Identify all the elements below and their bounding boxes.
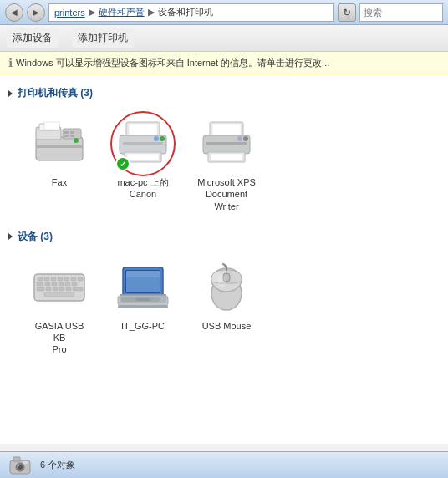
address-bar[interactable]: printers ▶ 硬件和声音 ▶ 设备和打印机	[48, 3, 334, 22]
svg-rect-47	[44, 292, 74, 297]
path-sep-2: ▶	[148, 7, 155, 18]
mouse-label: USB Mouse	[202, 320, 252, 332]
svg-rect-8	[36, 145, 83, 148]
search-input[interactable]	[359, 3, 443, 22]
main-content: 打印机和传真 (3)	[0, 74, 448, 444]
toolbar: 添加设备 添加打印机	[0, 25, 448, 52]
status-count: 6 个对象	[40, 459, 75, 471]
keyboard-device[interactable]: GASIA USB KBPro	[22, 252, 97, 362]
default-check-badge: ✓	[115, 156, 130, 171]
back-button[interactable]: ◀	[5, 3, 23, 22]
svg-rect-7	[70, 135, 74, 137]
svg-rect-57	[118, 305, 168, 308]
keyboard-icon-wrap	[30, 258, 89, 317]
svg-rect-51	[126, 271, 160, 277]
svg-rect-16	[127, 154, 159, 160]
devices-section-title: 设备 (3)	[18, 230, 53, 244]
svg-point-63	[217, 275, 226, 288]
xps-device[interactable]: Microsoft XPSDocumentWriter	[189, 109, 264, 218]
printers-triangle-icon	[8, 90, 13, 97]
svg-rect-38	[59, 282, 64, 286]
svg-rect-67	[13, 457, 20, 461]
laptop-label: IT_GG-PC	[121, 320, 165, 332]
svg-rect-32	[64, 277, 69, 281]
svg-rect-41	[37, 287, 44, 291]
svg-rect-36	[45, 282, 50, 286]
svg-rect-24	[211, 154, 242, 160]
svg-rect-43	[53, 287, 58, 291]
svg-rect-40	[72, 282, 77, 286]
svg-rect-45	[66, 287, 71, 291]
path-part-1: printers	[54, 8, 85, 18]
mouse-icon-wrap	[197, 258, 256, 317]
refresh-button[interactable]: ↻	[338, 3, 356, 22]
svg-rect-33	[71, 277, 76, 281]
path-part-2: 硬件和声音	[99, 6, 145, 18]
canon-device[interactable]: ✓ mac-pc 上的Canon	[105, 109, 181, 218]
add-printer-button[interactable]: 添加打印机	[72, 28, 134, 48]
svg-point-69	[18, 464, 20, 466]
xps-icon	[200, 120, 253, 167]
laptop-icon-wrap	[114, 258, 172, 317]
laptop-device[interactable]: IT_GG-PC	[105, 252, 181, 362]
svg-rect-30	[51, 277, 56, 281]
info-icon: ℹ	[8, 56, 13, 69]
svg-rect-56	[136, 298, 150, 301]
svg-rect-68	[23, 461, 28, 464]
svg-rect-31	[58, 277, 63, 281]
svg-rect-39	[65, 282, 70, 286]
svg-point-17	[154, 136, 159, 141]
svg-rect-42	[46, 287, 51, 291]
status-bar: 6 个对象	[0, 451, 448, 478]
svg-rect-10	[44, 122, 59, 130]
svg-rect-35	[37, 282, 43, 286]
laptop-icon	[116, 266, 170, 309]
xps-icon-wrap	[197, 114, 256, 173]
svg-rect-46	[73, 287, 83, 291]
mouse-icon	[205, 263, 248, 312]
svg-rect-5	[70, 131, 74, 134]
svg-point-18	[160, 136, 165, 141]
svg-rect-12	[129, 124, 157, 135]
svg-rect-28	[38, 277, 43, 281]
svg-point-9	[74, 138, 79, 143]
info-bar: ℹ Windows 可以显示增强型设备图标和来自 Internet 的信息。请单…	[0, 52, 448, 74]
printers-section-title: 打印机和传真 (3)	[18, 86, 93, 100]
canon-icon-wrap: ✓	[114, 114, 172, 173]
devices-grid: GASIA USB KBPro	[8, 252, 440, 362]
canon-label: mac-pc 上的Canon	[117, 176, 168, 201]
nav-bar: ◀ ▶ printers ▶ 硬件和声音 ▶ 设备和打印机 ↻	[0, 0, 448, 25]
add-device-button[interactable]: 添加设备	[7, 28, 59, 48]
path-sep-1: ▶	[89, 7, 95, 18]
fax-label: Fax	[52, 176, 67, 188]
path-part-3: 设备和打印机	[158, 6, 213, 18]
status-camera-icon	[8, 454, 32, 477]
svg-point-26	[243, 136, 248, 141]
svg-rect-4	[64, 131, 69, 134]
fax-icon-wrap	[30, 114, 89, 173]
svg-point-25	[237, 136, 242, 141]
mouse-device[interactable]: USB Mouse	[189, 252, 264, 362]
fax-icon	[33, 120, 86, 167]
xps-label: Microsoft XPSDocumentWriter	[197, 176, 256, 212]
devices-triangle-icon	[8, 233, 13, 240]
printers-section-header[interactable]: 打印机和传真 (3)	[8, 86, 440, 100]
svg-rect-14	[123, 142, 163, 145]
info-message: Windows 可以显示增强型设备图标和来自 Internet 的信息。请单击进…	[16, 57, 329, 69]
keyboard-label: GASIA USB KBPro	[28, 320, 91, 356]
svg-rect-20	[212, 124, 241, 135]
devices-section-header[interactable]: 设备 (3)	[8, 230, 440, 244]
fax-device[interactable]: Fax	[22, 109, 97, 218]
svg-rect-44	[59, 287, 64, 291]
svg-rect-6	[64, 135, 69, 137]
printers-grid: Fax	[8, 109, 440, 218]
forward-button[interactable]: ▶	[27, 3, 45, 22]
svg-rect-34	[78, 277, 83, 281]
keyboard-icon	[33, 267, 86, 308]
svg-rect-22	[206, 142, 247, 145]
svg-rect-37	[52, 282, 57, 286]
svg-rect-29	[44, 277, 49, 281]
